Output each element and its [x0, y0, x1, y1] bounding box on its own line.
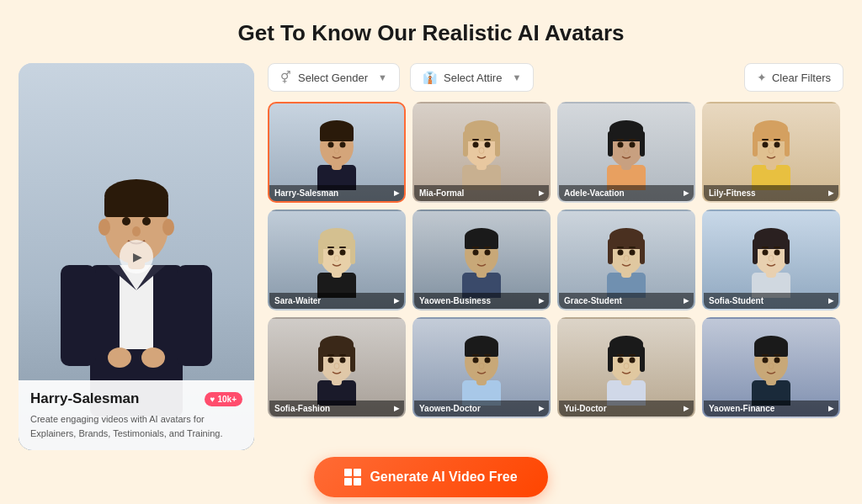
avatar-play-icon: ▶	[828, 189, 833, 197]
svg-rect-57	[754, 129, 788, 141]
avatar-card[interactable]: Yui-Doctor ▶	[557, 317, 695, 418]
svg-rect-71	[350, 239, 355, 264]
svg-point-10	[122, 217, 130, 225]
svg-rect-127	[465, 344, 498, 357]
avatar-name-label: Lily-Fitness	[709, 188, 756, 198]
svg-point-61	[774, 142, 780, 148]
avatar-play-icon: ▶	[684, 405, 689, 412]
svg-rect-149	[754, 344, 788, 357]
svg-rect-58	[753, 131, 758, 157]
avatar-card[interactable]: Yaowen-Business ▶	[412, 210, 551, 310]
clear-filters-button[interactable]: ✦ Clear Filters	[744, 63, 843, 92]
svg-point-15	[108, 347, 131, 368]
generate-video-button[interactable]: Generate AI Video Free	[314, 457, 547, 497]
svg-rect-45	[609, 129, 643, 141]
avatar-card[interactable]: Sofia-Student ▶	[702, 210, 840, 310]
svg-point-25	[340, 142, 346, 148]
attire-filter-label: Select Attire	[444, 72, 502, 84]
svg-point-16	[141, 347, 165, 368]
avatar-name-label: Sofia-Fashion	[274, 404, 330, 413]
svg-rect-38	[472, 139, 479, 141]
svg-point-107	[774, 250, 780, 256]
featured-avatar-panel: Harry-Salesman 10k+ Create engaging vide…	[19, 63, 254, 450]
svg-point-73	[340, 250, 346, 256]
svg-rect-23	[320, 129, 354, 141]
avatar-name-label: Mia-Formal	[419, 188, 464, 198]
avatar-card[interactable]: Yaowen-Doctor ▶	[412, 317, 551, 418]
avatar-card-label: Yaowen-Doctor ▶	[414, 401, 549, 416]
avatar-card-label: Sara-Waiter ▶	[269, 293, 404, 309]
avatar-card-label: Grace-Student ▶	[559, 293, 694, 309]
avatar-face-svg	[742, 114, 801, 190]
svg-point-24	[328, 142, 334, 148]
avatar-face-svg	[742, 330, 801, 406]
play-button[interactable]	[120, 240, 153, 273]
svg-point-72	[328, 250, 334, 256]
avatar-name-label: Yaowen-Finance	[709, 404, 774, 413]
svg-point-48	[618, 142, 624, 148]
svg-rect-33	[465, 129, 498, 141]
avatar-card[interactable]: Adele-Vacation ▶	[557, 102, 695, 203]
svg-point-106	[763, 250, 769, 256]
avatar-name-label: Harry-Salesman	[274, 188, 338, 198]
avatar-name-label: Yaowen-Business	[419, 296, 491, 305]
avatar-play-icon: ▶	[828, 405, 833, 412]
svg-point-40	[479, 148, 484, 154]
svg-rect-84	[472, 247, 479, 248]
svg-rect-39	[484, 139, 491, 141]
svg-point-141	[630, 358, 636, 363]
avatar-name-label: Sara-Waiter	[274, 296, 321, 305]
svg-point-76	[334, 256, 339, 262]
svg-rect-97	[629, 247, 636, 248]
svg-rect-63	[774, 139, 780, 141]
svg-rect-74	[327, 247, 334, 248]
generate-btn-label: Generate AI Video Free	[370, 470, 517, 485]
clear-icon: ✦	[757, 71, 767, 84]
svg-point-132	[479, 363, 484, 369]
svg-point-94	[618, 250, 624, 256]
svg-point-110	[769, 256, 774, 262]
avatar-card[interactable]: Mia-Formal ▶	[412, 102, 551, 203]
avatar-play-icon: ▶	[684, 297, 689, 305]
avatar-play-icon: ▶	[539, 189, 544, 197]
svg-rect-137	[609, 344, 643, 357]
avatar-card[interactable]: Sara-Waiter ▶	[268, 210, 406, 310]
svg-rect-12	[121, 213, 131, 215]
svg-point-28	[334, 148, 339, 154]
svg-rect-7	[104, 196, 168, 217]
svg-rect-51	[629, 139, 636, 141]
svg-point-11	[142, 217, 151, 225]
featured-info: Harry-Salesman 10k+ Create engaging vide…	[19, 380, 254, 450]
svg-rect-75	[339, 247, 346, 248]
svg-rect-152	[762, 354, 769, 356]
avatar-card[interactable]: Harry-Salesman ▶	[268, 102, 406, 203]
avatar-card[interactable]: Lily-Fitness ▶	[702, 102, 840, 203]
svg-point-151	[774, 358, 780, 363]
avatar-card[interactable]: Yaowen-Finance ▶	[702, 317, 840, 418]
avatar-card[interactable]: Grace-Student ▶	[557, 210, 695, 310]
svg-rect-85	[484, 247, 491, 248]
avatar-name-label: Sofia-Student	[709, 296, 764, 305]
svg-rect-143	[629, 354, 636, 356]
avatar-face-svg	[307, 222, 366, 298]
avatar-face-svg	[307, 330, 366, 406]
avatar-card[interactable]: Sofia-Fashion ▶	[268, 317, 406, 418]
attire-filter[interactable]: 👔 Select Attire ▼	[410, 63, 534, 92]
svg-rect-117	[350, 347, 355, 372]
avatar-face-svg	[307, 114, 366, 190]
svg-point-64	[769, 148, 774, 154]
svg-point-98	[624, 256, 629, 262]
svg-rect-34	[463, 131, 468, 157]
svg-rect-69	[320, 236, 354, 249]
gender-icon: ⚥	[280, 71, 291, 84]
svg-rect-109	[774, 247, 780, 248]
gender-filter[interactable]: ⚥ Select Gender ▼	[268, 63, 400, 92]
svg-point-14	[132, 226, 141, 236]
svg-rect-62	[762, 139, 769, 141]
svg-point-49	[630, 142, 636, 148]
gender-chevron-icon: ▼	[378, 72, 387, 82]
avatar-play-icon: ▶	[828, 297, 833, 305]
svg-point-83	[485, 250, 491, 256]
svg-point-9	[162, 219, 174, 236]
avatar-card-label: Yaowen-Finance ▶	[704, 401, 838, 416]
